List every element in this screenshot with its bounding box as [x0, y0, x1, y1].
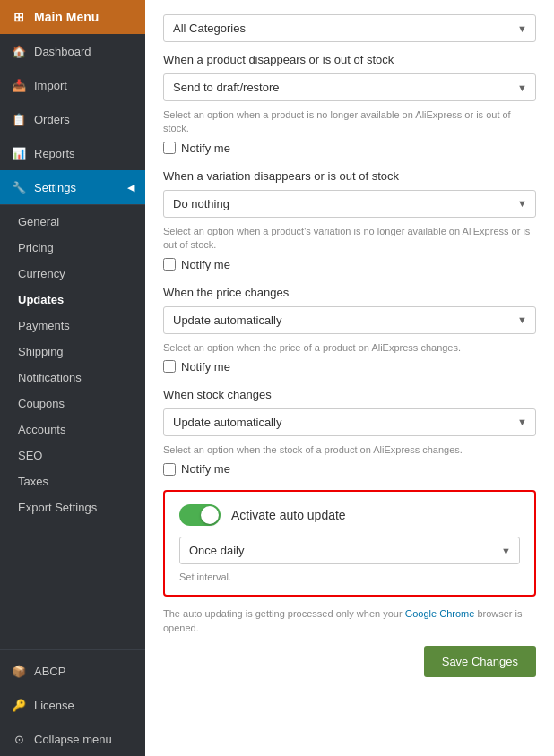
price-label: When the price changes	[163, 286, 536, 299]
price-notify-row: Notify me	[163, 360, 536, 374]
sidebar-item-label: ABCP	[34, 665, 65, 678]
sidebar-bottom: 📦 ABCP 🔑 License ⊙ Collapse menu	[0, 646, 145, 756]
sidebar-sub-coupons[interactable]: Coupons	[0, 391, 145, 417]
variation-label: When a variation disappears or is out of…	[163, 169, 536, 183]
sidebar-item-import[interactable]: 📥 Import	[0, 68, 145, 102]
footer-note-text1: The auto updating is getting processed o…	[163, 608, 405, 619]
variation-helper: Select an option when a product's variat…	[163, 225, 536, 253]
sidebar-sub-taxes[interactable]: Taxes	[0, 468, 145, 494]
sidebar-item-settings[interactable]: 🔧 Settings ◀	[0, 170, 145, 204]
out-of-stock-notify-row: Notify me	[163, 142, 536, 155]
price-dropdown-wrapper: Update automatically Do nothing ▼	[163, 306, 536, 334]
price-section: When the price changes Update automatica…	[163, 286, 536, 374]
sidebar-item-orders[interactable]: 📋 Orders	[0, 102, 145, 136]
sidebar-item-dashboard[interactable]: 🏠 Dashboard	[0, 34, 145, 68]
out-of-stock-dropdown[interactable]: Send to draft/restore Do nothing Unpubli…	[163, 73, 536, 101]
sidebar-sub-notifications[interactable]: Notifications	[0, 365, 145, 391]
sidebar-item-label: Settings	[34, 181, 76, 194]
save-button-row: Save Changes	[163, 646, 536, 677]
out-of-stock-label: When a product disappears or is out of s…	[163, 53, 536, 66]
sidebar-sub-accounts[interactable]: Accounts	[0, 417, 145, 442]
sidebar-item-abcp[interactable]: 📦 ABCP	[0, 654, 145, 688]
sidebar-item-label: License	[34, 699, 74, 712]
variation-notify-label: Notify me	[181, 258, 230, 271]
price-dropdown[interactable]: Update automatically Do nothing	[163, 306, 536, 334]
stock-section: When stock changes Update automatically …	[163, 388, 536, 476]
sidebar-item-reports[interactable]: 📊 Reports	[0, 136, 145, 170]
category-section: All Categories ▼	[163, 14, 536, 42]
price-helper: Select an option when the price of a pro…	[163, 341, 536, 355]
sidebar-sub-pricing[interactable]: Pricing	[0, 235, 145, 261]
variation-dropdown[interactable]: Do nothing Send to draft/restore	[163, 190, 536, 218]
collapse-icon: ⊙	[11, 731, 27, 747]
out-of-stock-dropdown-wrapper: Send to draft/restore Do nothing Unpubli…	[163, 73, 536, 101]
variation-section: When a variation disappears or is out of…	[163, 169, 536, 271]
out-of-stock-notify-label: Notify me	[181, 142, 230, 155]
interval-dropdown-wrapper: Once daily Twice daily Once weekly ▼	[179, 537, 520, 564]
out-of-stock-notify-checkbox[interactable]	[163, 142, 176, 154]
category-dropdown[interactable]: All Categories	[163, 14, 536, 42]
sidebar-sub-updates[interactable]: Updates	[0, 287, 145, 313]
sidebar-item-label: Dashboard	[34, 45, 91, 58]
stock-notify-checkbox[interactable]	[163, 463, 176, 476]
stock-notify-row: Notify me	[163, 462, 536, 476]
stock-dropdown-wrapper: Update automatically Do nothing ▼	[163, 408, 536, 436]
abcp-icon: 📦	[11, 663, 27, 679]
sidebar-sub-seo[interactable]: SEO	[0, 442, 145, 468]
sidebar-sub-shipping[interactable]: Shipping	[0, 339, 145, 365]
auto-update-box: Activate auto update Once daily Twice da…	[163, 490, 536, 597]
settings-icon: 🔧	[11, 179, 27, 195]
price-notify-checkbox[interactable]	[163, 360, 176, 373]
auto-update-label: Activate auto update	[231, 508, 346, 522]
sidebar-item-label: Reports	[34, 147, 75, 160]
sidebar-item-label: Orders	[34, 113, 70, 126]
auto-update-toggle-row: Activate auto update	[179, 504, 520, 526]
orders-icon: 📋	[11, 111, 27, 127]
sidebar-sub-payments[interactable]: Payments	[0, 313, 145, 339]
auto-update-toggle[interactable]	[179, 504, 221, 526]
stock-dropdown[interactable]: Update automatically Do nothing	[163, 408, 536, 436]
price-notify-label: Notify me	[181, 360, 230, 374]
main-content: All Categories ▼ When a product disappea…	[145, 0, 554, 756]
sidebar-sub-items: General Pricing Currency Updates Payment…	[0, 204, 145, 524]
sidebar-header[interactable]: ⊞ Main Menu	[0, 0, 145, 34]
main-menu-icon: ⊞	[11, 9, 27, 25]
sidebar: ⊞ Main Menu 🏠 Dashboard 📥 Import 📋 Order…	[0, 0, 145, 756]
stock-label: When stock changes	[163, 388, 536, 401]
sidebar-sub-general[interactable]: General	[0, 209, 145, 235]
sidebar-item-license[interactable]: 🔑 License	[0, 688, 145, 722]
sidebar-header-label: Main Menu	[34, 10, 99, 24]
sidebar-item-label: Import	[34, 79, 67, 92]
dashboard-icon: 🏠	[11, 43, 27, 59]
footer-note-link[interactable]: Google Chrome	[405, 608, 475, 619]
import-icon: 📥	[11, 77, 27, 93]
variation-notify-row: Notify me	[163, 258, 536, 271]
sidebar-sub-currency[interactable]: Currency	[0, 261, 145, 287]
variation-dropdown-wrapper: Do nothing Send to draft/restore ▼	[163, 190, 536, 218]
interval-label: Set interval.	[179, 571, 520, 582]
stock-notify-label: Notify me	[181, 462, 230, 476]
reports-icon: 📊	[11, 145, 27, 161]
sidebar-sub-export-settings[interactable]: Export Settings	[0, 494, 145, 520]
sidebar-item-collapse[interactable]: ⊙ Collapse menu	[0, 722, 145, 756]
stock-helper: Select an option when the stock of a pro…	[163, 443, 536, 457]
out-of-stock-helper: Select an option when a product is no lo…	[163, 108, 536, 136]
footer-note: The auto updating is getting processed o…	[163, 607, 536, 635]
variation-notify-checkbox[interactable]	[163, 258, 176, 271]
save-button[interactable]: Save Changes	[424, 646, 536, 677]
license-icon: 🔑	[11, 697, 27, 713]
interval-dropdown[interactable]: Once daily Twice daily Once weekly	[179, 537, 520, 564]
settings-arrow-icon: ◀	[127, 182, 134, 193]
out-of-stock-section: When a product disappears or is out of s…	[163, 53, 536, 155]
sidebar-item-label: Collapse menu	[34, 733, 112, 746]
